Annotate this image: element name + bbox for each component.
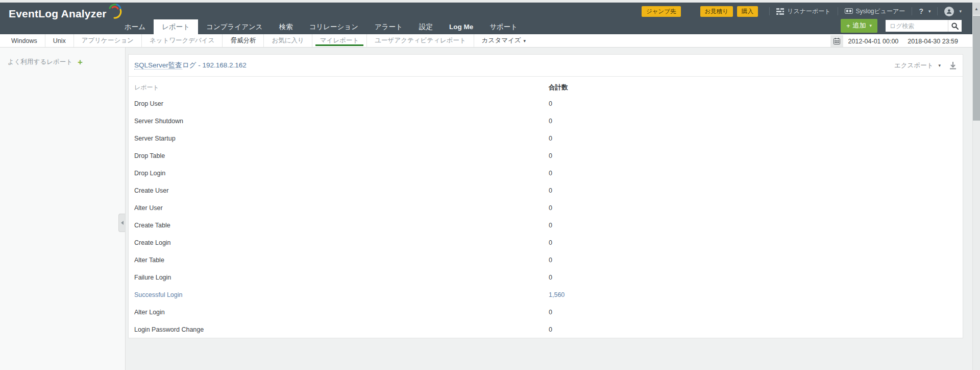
table-row: Create User 0	[134, 182, 957, 199]
nav-item-2[interactable]: コンプライアンス	[198, 19, 271, 34]
table-row: Drop Table 0	[134, 147, 957, 165]
vertical-scrollbar[interactable]: ▲	[972, 3, 980, 370]
table-row: Create Login 0	[134, 234, 957, 251]
help-menu-button[interactable]: ? ▾	[912, 7, 937, 15]
table-row: Create Table 0	[134, 217, 957, 234]
nav-item-7[interactable]: Log Me	[441, 19, 481, 34]
subnav-item[interactable]: マイレポート	[312, 34, 366, 47]
log-search-input[interactable]	[886, 20, 948, 32]
syslog-viewer-icon	[845, 8, 853, 15]
header-actions: + 追加 ▾	[841, 19, 962, 33]
subnav-item[interactable]: カスタマイズ▾	[474, 34, 533, 47]
listener-port-icon	[776, 8, 784, 15]
subnav-item[interactable]: アプリケーション	[74, 34, 141, 47]
report-title-device: ログ - 192.168.2.162	[182, 61, 247, 69]
report-name[interactable]: Successful Login	[134, 291, 183, 298]
download-icon	[949, 61, 957, 70]
report-title: SQLServer監査ログ - 192.168.2.162	[134, 61, 247, 70]
nav-item-5[interactable]: アラート	[366, 19, 411, 34]
report-count: 0	[549, 135, 552, 142]
table-row: Server Shutdown 0	[134, 112, 957, 130]
table-header-row: レポート 合計数	[134, 80, 957, 95]
syslog-viewer-button[interactable]: Syslogビューアー	[838, 7, 912, 16]
scrollbar-up-arrow[interactable]: ▲	[973, 3, 980, 15]
report-name: Drop Table	[134, 152, 165, 159]
report-count: 0	[549, 204, 552, 212]
search-button[interactable]	[948, 20, 962, 32]
download-button[interactable]	[949, 61, 957, 70]
nav-item-3[interactable]: 検索	[271, 19, 301, 34]
add-button-label: 追加	[852, 21, 866, 30]
nav-item-6[interactable]: 設定	[411, 19, 441, 34]
nav-item-1-active[interactable]: レポート	[154, 19, 198, 34]
report-count: 0	[549, 187, 552, 194]
chevron-left-icon	[121, 221, 124, 225]
plus-icon: +	[846, 22, 850, 30]
export-dropdown[interactable]: エクスポート ▾	[894, 61, 941, 70]
subnav-item[interactable]: Unix	[45, 34, 74, 47]
header-utility-row: ジャンプ先 お見積り 購入 リスナーポート Syslogビューアー ? ▾	[638, 6, 962, 17]
report-name: Drop User	[134, 100, 163, 107]
report-subnav: WindowsUnixアプリケーションネットワークデバイス脅威分析お気に入りマイ…	[0, 34, 980, 48]
date-range-start: 2012-04-01 00:00	[848, 38, 899, 45]
report-title-link[interactable]: SQLServer監査	[134, 61, 182, 70]
table-row: Login Password Change 0	[134, 321, 957, 338]
table-row: Drop User 0	[134, 95, 957, 112]
listener-port-button[interactable]: リスナーポート	[770, 7, 837, 16]
scrollbar-thumb[interactable]	[973, 16, 980, 121]
subnav-item[interactable]: ネットワークデバイス	[141, 34, 223, 47]
report-table: レポート 合計数 Drop User 0 Server Shutdown 0 S…	[129, 77, 963, 338]
nav-item-4[interactable]: コリレーション	[301, 19, 366, 34]
report-name: Create Table	[134, 222, 170, 229]
report-count: 0	[549, 326, 552, 333]
report-count: 0	[549, 309, 552, 316]
add-favorite-report-button[interactable]: +	[78, 59, 83, 65]
report-name: Create Login	[134, 239, 171, 246]
nav-item-8[interactable]: サポート	[481, 19, 526, 34]
table-row: Alter User 0	[134, 199, 957, 217]
report-name: Alter Login	[134, 309, 165, 316]
nav-item-0[interactable]: ホーム	[116, 19, 154, 34]
report-count: 0	[549, 222, 552, 229]
favorite-reports-sidebar: よく利用するレポート +	[0, 48, 126, 370]
app-logo: EventLog Analyzer	[9, 8, 122, 20]
table-row: Failure Login 0	[134, 269, 957, 286]
report-count: 0	[549, 239, 552, 246]
syslog-viewer-label: Syslogビューアー	[856, 7, 905, 16]
table-row: Successful Login 1,560	[134, 286, 957, 304]
report-name: Server Shutdown	[134, 118, 183, 125]
table-row: Server Startup 0	[134, 130, 957, 147]
buy-button[interactable]: 購入	[737, 6, 758, 17]
report-count: 0	[549, 118, 552, 125]
quote-button[interactable]: お見積り	[700, 6, 733, 17]
report-main: SQLServer監査ログ - 192.168.2.162 エクスポート ▾	[126, 48, 980, 370]
favorite-reports-title: よく利用するレポート	[8, 58, 72, 66]
subnav-item[interactable]: ユーザアクティビティレポート	[366, 34, 474, 47]
app-logo-text: EventLog Analyzer	[9, 8, 107, 20]
table-row: Drop Login 0	[134, 165, 957, 182]
chevron-down-icon: ▾	[938, 63, 941, 68]
subnav-item[interactable]: 脅威分析	[222, 34, 263, 47]
date-range-picker[interactable]: 2012-04-01 00:00 2018-04-30 23:59	[830, 35, 963, 47]
content-area: よく利用するレポート + SQLServer監査ログ - 192.168.2.1…	[0, 48, 980, 370]
report-count[interactable]: 1,560	[549, 291, 565, 298]
report-count: 0	[549, 152, 552, 159]
search-icon	[951, 22, 959, 30]
sidebar-collapse-handle[interactable]	[118, 214, 125, 232]
logo-swirl-icon	[108, 3, 122, 19]
report-name: Alter User	[134, 204, 163, 212]
jump-to-button[interactable]: ジャンプ先	[642, 6, 681, 17]
user-avatar-icon	[944, 7, 954, 16]
subnav-item[interactable]: お気に入り	[263, 34, 311, 47]
subnav-item[interactable]: Windows	[4, 34, 45, 47]
app-header: EventLog Analyzer ジャンプ先 お見積り 購入 リスナーポート	[0, 3, 980, 34]
chevron-down-icon: ▾	[524, 38, 526, 43]
report-name: Drop Login	[134, 170, 165, 177]
report-count: 0	[549, 170, 552, 177]
report-panel: SQLServer監査ログ - 192.168.2.162 エクスポート ▾	[128, 54, 963, 338]
help-icon: ?	[919, 7, 923, 15]
add-button[interactable]: + 追加 ▾	[841, 19, 877, 33]
user-menu-button[interactable]: ▾	[938, 7, 962, 16]
report-count: 0	[549, 257, 552, 264]
report-count: 0	[549, 274, 552, 281]
